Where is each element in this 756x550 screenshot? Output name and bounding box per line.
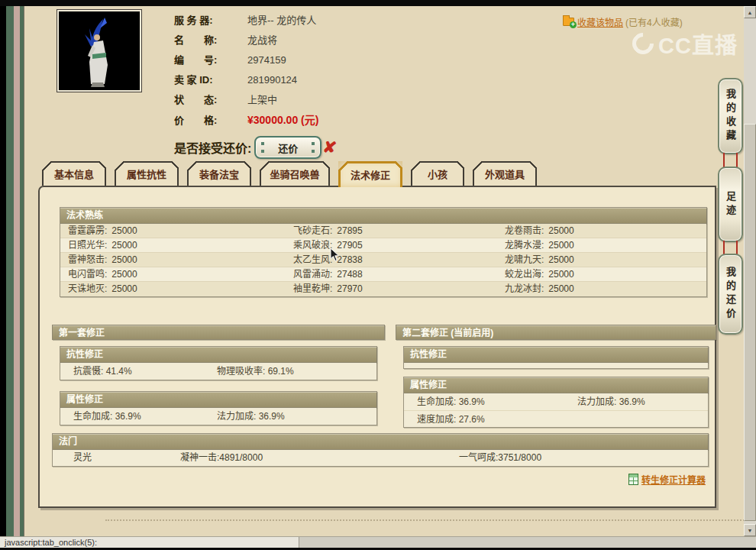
spell-proficiency-section: 法术熟练 雷霆霹雳:25000 飞砂走石:27895 龙卷雨击:25000 日照… xyxy=(60,207,707,297)
skill-cell: 电闪雷鸣:25000 xyxy=(68,267,137,282)
subsection-header: 属性修正 xyxy=(404,377,708,393)
tab-basic-info[interactable]: 基本信息 xyxy=(42,161,106,186)
skill-value: 27905 xyxy=(337,240,362,251)
tab-bar: 基本信息 属性抗性 装备法宝 坐骑召唤兽 法术修正 小孩 外观道具 xyxy=(42,161,537,187)
skill-cell: 雷神怒击:25000 xyxy=(68,253,137,267)
skill-value: 25000 xyxy=(548,225,573,236)
scroll-up-button[interactable]: ▲ xyxy=(744,6,756,18)
skill-name: 袖里乾坤: xyxy=(293,283,332,294)
tab-child[interactable]: 小孩 xyxy=(411,161,464,186)
status-text: javascript:tab_onclick(5): xyxy=(0,537,299,548)
favorite-area: 收藏该物品 (已有4人收藏) xyxy=(563,15,683,28)
stat-cell: 生命加成: 36.9% xyxy=(73,408,141,425)
info-label: 服 务 器: xyxy=(174,11,247,31)
skill-value: 25000 xyxy=(548,240,573,251)
skill-cell: 风雷涌动:27488 xyxy=(293,267,363,282)
side-tab-footprints[interactable]: 足迹 xyxy=(718,167,743,242)
subsection-header: 抗性修正 xyxy=(404,347,708,363)
stat-value: 69.1% xyxy=(268,366,294,377)
tab-spell-correction[interactable]: 法术修正 xyxy=(338,161,402,187)
info-row: 状 态:上架中 xyxy=(174,90,495,110)
info-value: 龙战将 xyxy=(247,34,277,46)
info-value: 2974159 xyxy=(247,54,286,66)
skill-cell: 蛟龙出海:25000 xyxy=(505,267,574,282)
skill-name: 龙卷雨击: xyxy=(505,225,544,236)
attr-correction-box: 属性修正 生命加成: 36.9% 法力加成: 36.9% 速度加成: 27.6% xyxy=(403,377,709,428)
correction-set-2: 第二套修正 (当前启用) 抗性修正 属性修正 生命加成: 36.9% 法力加成:… xyxy=(396,325,716,428)
side-tab-connector xyxy=(736,153,738,168)
subsection-header: 抗性修正 xyxy=(60,347,376,363)
skill-name: 蛟龙出海: xyxy=(505,269,544,280)
skill-name: 雷霆霹雳: xyxy=(68,225,107,236)
info-row: 名 称:龙战将 xyxy=(174,31,495,50)
favorite-link[interactable]: 收藏该物品 xyxy=(577,15,623,28)
stat-name: 物理吸收率: xyxy=(217,366,265,377)
price-value: ¥30000.00 (元) xyxy=(247,114,318,126)
price-row: 价 格:¥30000.00 (元) xyxy=(174,110,495,130)
skill-value: 25000 xyxy=(548,269,573,280)
skill-value: 25000 xyxy=(111,240,137,251)
side-tab-my-favorites[interactable]: 我的收藏 xyxy=(718,78,743,154)
scroll-down-button[interactable]: ▼ xyxy=(744,524,756,536)
tab-mount-summon[interactable]: 坐骑召唤兽 xyxy=(260,161,330,186)
section-header: 第二套修正 (当前启用) xyxy=(396,325,716,340)
bargain-button[interactable]: 还价 xyxy=(254,136,321,159)
skill-name: 龙腾水漫: xyxy=(505,240,544,251)
tab-attr-resist[interactable]: 属性抗性 xyxy=(115,161,179,186)
skill-cell: 龙腾水漫:25000 xyxy=(505,238,574,253)
stat-name: 抗震慑: xyxy=(73,366,103,377)
stat-value: 27.6% xyxy=(459,414,485,425)
tab-equip-treasure[interactable]: 装备法宝 xyxy=(187,161,251,186)
info-row: 卖 家 ID:281990124 xyxy=(174,70,495,90)
cc-logo-text: CC直播 xyxy=(658,28,738,60)
famen-name: 灵光 xyxy=(73,450,92,466)
attr-correction-box: 属性修正 生命加成: 36.9% 法力加成: 36.9% xyxy=(60,391,377,425)
side-tab-my-offers[interactable]: 我的还价 xyxy=(718,254,743,335)
tab-appearance[interactable]: 外观道具 xyxy=(473,161,537,186)
stat-row: 速度加成: 27.6% xyxy=(404,410,708,427)
skill-value: 27895 xyxy=(337,225,362,236)
subsection-header: 属性修正 xyxy=(60,392,376,408)
stat-cell: 生命加成: 36.9% xyxy=(417,393,485,410)
skill-row: 雷神怒击:25000 太乙生风:27838 龙啸九天:25000 xyxy=(60,253,706,267)
side-tab-connector xyxy=(723,153,725,168)
scroll-thumb[interactable] xyxy=(744,124,756,521)
dotted-separator xyxy=(105,519,751,521)
rebirth-calculator-link[interactable]: 转生修正计算器 xyxy=(628,473,706,486)
skill-name: 风雷涌动: xyxy=(293,269,332,280)
correction-set-1: 第一套修正 抗性修正 抗震慑: 41.4% 物理吸收率: 69.1% 属性修正 … xyxy=(52,325,385,425)
info-row: 编 号:2974159 xyxy=(174,50,495,70)
info-label: 状 态: xyxy=(174,90,247,110)
skill-value: 27970 xyxy=(337,283,362,294)
skill-cell: 乘风破浪:27905 xyxy=(293,238,363,253)
skill-cell: 雷霆霹雳:25000 xyxy=(68,224,137,238)
stat-row: 生命加成: 36.9% 法力加成: 36.9% xyxy=(404,393,708,410)
stat-cell: 抗震慑: 41.4% xyxy=(73,363,132,380)
stat-cell: 法力加成: 36.9% xyxy=(217,408,285,425)
scroll-up-icon: ▲ xyxy=(748,10,753,15)
screen: 服 务 器:地界-- 龙的传人 名 称:龙战将 编 号:2974159 卖 家 … xyxy=(0,0,756,550)
info-label: 名 称: xyxy=(174,31,247,50)
scrollbar[interactable]: ▲ ▼ xyxy=(744,6,756,536)
character-sprite-icon xyxy=(59,11,140,90)
info-value: 281990124 xyxy=(247,74,297,86)
calculator-link-label: 转生修正计算器 xyxy=(641,473,706,486)
skill-name: 龙啸九天: xyxy=(505,254,544,265)
bargain-row: 是否接受还价: 还价 ✘ xyxy=(174,134,495,160)
section-header: 法门 xyxy=(53,434,708,450)
famen-row: 灵光 凝神一击:4891/8000 一气呵成:3751/8000 xyxy=(53,450,708,466)
stat-cell: 法力加成: 36.9% xyxy=(577,393,645,410)
info-label: 卖 家 ID: xyxy=(174,70,247,90)
skill-value: 27488 xyxy=(337,269,362,280)
skill-value: 25000 xyxy=(548,254,573,265)
stat-cell: 物理吸收率: 69.1% xyxy=(217,363,294,380)
stat-value: 36.9% xyxy=(259,411,285,422)
skill-row: 电闪雷鸣:25000 风雷涌动:27488 蛟龙出海:25000 xyxy=(60,267,706,282)
favorite-folder-icon xyxy=(563,18,574,26)
stat-name: 生命加成: xyxy=(73,411,112,422)
skill-cell: 飞砂走石:27895 xyxy=(293,224,363,238)
skill-value: 25000 xyxy=(548,283,573,294)
skill-cell: 太乙生风:27838 xyxy=(293,253,363,267)
bargain-label: 是否接受还价: xyxy=(174,138,251,157)
stat-value: 36.9% xyxy=(619,396,645,407)
